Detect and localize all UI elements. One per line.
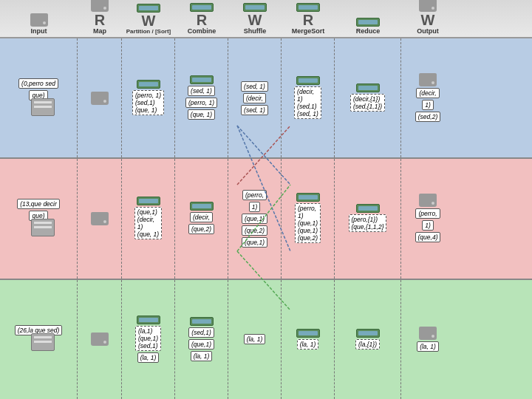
data-blue-shuffle-3: (sed, 1) <box>241 105 268 115</box>
data-blue-input-1: (0,perro sed <box>18 78 58 89</box>
data-pink-shuffle-2: 1) <box>249 202 261 212</box>
cell-pink-map <box>78 159 122 278</box>
data-pink-output-2: 1) <box>422 220 434 231</box>
band-blue: (0,perro sed que) (perro, 1) (sed,1) (qu… <box>0 38 532 159</box>
stage-label-partition: Partition / [Sort] <box>126 28 171 35</box>
stage-map: R Map <box>78 0 122 37</box>
cell-pink-combine: (decir, (que,2) <box>175 159 228 278</box>
data-green-output-1: (la, 1) <box>417 341 439 352</box>
ram-combine-blue <box>190 75 214 84</box>
cell-pink-output: (perro, 1) (que,4) <box>401 159 454 278</box>
data-blue-shuffle-1: (sed, 1) <box>241 81 268 92</box>
ram-icon-partition <box>137 4 160 13</box>
stage-reduce: Reduce <box>335 0 401 37</box>
data-pink-shuffle-4: (que,2) <box>242 225 267 236</box>
p-gn3: (sed,1) <box>138 342 158 349</box>
data-green-combine-3: (la, 1) <box>191 351 213 361</box>
r-pk2: (que,{1,1,2} <box>352 223 384 231</box>
data-blue-partition-2: (sed,1) <box>135 99 161 106</box>
cell-green-map <box>78 280 122 399</box>
data-green-mergesort-group: (la, 1) <box>297 339 319 349</box>
ram-mergesort-green <box>296 329 320 338</box>
server-icon-pink <box>31 219 55 236</box>
cell-blue-combine: (sed, 1) (perro, 1) (que, 1) <box>175 38 228 157</box>
cell-green-partition: (la,1) (que,1) (sed,1) (la, 1) <box>122 280 175 399</box>
ms-b3: (sed,1) <box>297 103 318 110</box>
ram-mergesort-blue <box>296 76 320 85</box>
ram-icon-shuffle <box>243 3 267 12</box>
data-blue-reduce-group: (decir,{1}) (sed,{1,1}) <box>350 94 385 112</box>
ram-partition-green <box>137 316 160 324</box>
r-pk1: (pero,{1}) <box>352 216 384 223</box>
p-pk4: (que, 1) <box>137 231 159 238</box>
ms-gn1: (la, 1) <box>300 341 316 348</box>
cell-pink-partition: (que,1) (decir, 1) (que, 1) <box>122 159 175 278</box>
ram-combine-pink <box>190 202 214 211</box>
data-green-partition-la: (la, 1) <box>137 352 160 363</box>
stage-shuffle: W Shuffle <box>228 0 282 37</box>
band-pink: (13,que decir que) (que,1) (decir, 1) (q… <box>0 159 532 279</box>
data-green-partition-group: (la,1) (que,1) (sed,1) <box>135 326 161 351</box>
data-blue-output-1: (decir, <box>416 88 439 98</box>
stage-partition: W Partition / [Sort] <box>122 0 175 37</box>
ram-reduce-blue <box>356 83 380 92</box>
stage-output: W Output <box>401 0 454 37</box>
ram-partition-blue <box>137 80 160 89</box>
stage-label-reduce: Reduce <box>356 27 381 35</box>
p-gn2: (que,1) <box>138 335 158 342</box>
stage-combine: R Combine <box>175 0 228 37</box>
p-pk3: 1) <box>137 223 159 231</box>
data-blue-shuffle-2: (decir, <box>243 93 266 103</box>
cell-green-combine: (sed,1) (que,1) (la, 1) <box>175 280 228 399</box>
data-blue-partition-1: (perro, 1) <box>135 92 161 99</box>
data-pink-shuffle-3: (que,1) <box>242 214 267 224</box>
cell-pink-shuffle: (perro, 1) (que,1) (que,2) (que,1) <box>228 159 282 278</box>
stage-label-input: Input <box>31 27 47 35</box>
cell-green-mergesort: (la, 1) <box>282 280 335 399</box>
ms-pk5: (que,2) <box>298 234 318 242</box>
data-pink-output-3: (que,4) <box>415 232 441 242</box>
ms-pk1: (perro, <box>298 205 318 212</box>
stage-letter-partition: W <box>142 13 156 28</box>
hdd-map-blue <box>91 92 109 105</box>
ms-pk2: 1) <box>298 212 318 219</box>
ms-b1: (decir, <box>297 88 318 95</box>
stage-letter-mergesort: R <box>303 13 313 27</box>
cell-blue-input: (0,perro sed que) <box>0 38 78 157</box>
ms-pk3: (que,1) <box>298 219 318 227</box>
hdd-map-pink <box>91 212 109 225</box>
content-area: (0,perro sed que) (perro, 1) (sed,1) (qu… <box>0 38 532 399</box>
hdd-output-pink <box>419 194 437 207</box>
cell-pink-input: (13,que decir que) <box>0 159 78 278</box>
stage-label-combine: Combine <box>188 27 216 35</box>
hdd-output-blue <box>419 73 437 86</box>
stage-label-mergesort: MergeSort <box>292 27 325 35</box>
data-green-shuffle-1: (la, 1) <box>244 334 266 344</box>
cell-blue-reduce: (decir,{1}) (sed,{1,1}) <box>335 38 401 157</box>
r-b2: (sed,{1,1}) <box>353 103 382 110</box>
cell-green-reduce: (la,{1}) <box>335 280 401 399</box>
hdd-icon-output <box>419 0 437 12</box>
data-blue-combine-1: (sed, 1) <box>188 86 215 96</box>
data-green-combine-2: (que,1) <box>188 339 214 349</box>
data-pink-shuffle-5: (que,1) <box>242 237 267 248</box>
data-blue-output-2: 1) <box>422 100 434 110</box>
cell-green-output: (la, 1) <box>401 280 454 399</box>
hdd-icon-map <box>91 0 109 12</box>
cell-green-input: (26,la que sed) <box>0 280 78 399</box>
stage-label-shuffle: Shuffle <box>244 27 267 35</box>
ram-reduce-green <box>356 329 380 338</box>
stage-label-map: Map <box>93 27 106 35</box>
data-pink-partition-group: (que,1) (decir, 1) (que, 1) <box>134 207 162 239</box>
cell-blue-partition: (perro, 1) (sed,1) (que, 1) <box>122 38 175 157</box>
cell-blue-shuffle: (sed, 1) (decir, (sed, 1) <box>228 38 282 157</box>
ms-b4: (sed, 1) <box>297 110 318 117</box>
p-pk1: (que,1) <box>137 208 159 216</box>
ms-pk4: (que,1) <box>298 227 318 234</box>
hdd-icon-input <box>30 13 48 27</box>
cell-pink-mergesort: (perro, 1) (que,1) (que,1) (que,2) <box>282 159 335 278</box>
data-green-reduce-group: (la,{1}) <box>355 339 380 349</box>
hdd-output-green <box>419 327 437 340</box>
ram-icon-combine <box>190 3 214 12</box>
stage-letter-combine: R <box>197 13 207 27</box>
